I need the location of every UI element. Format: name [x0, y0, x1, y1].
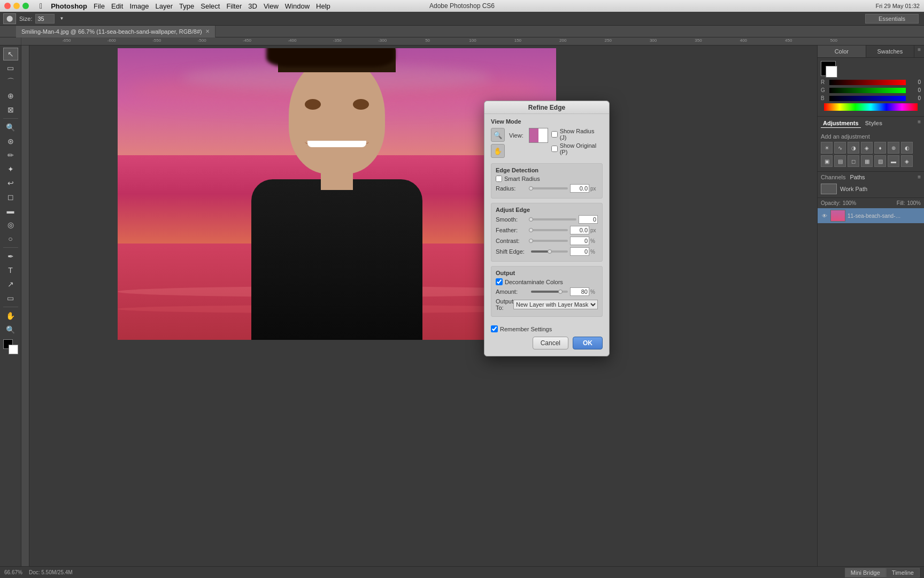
shape-tool[interactable]: ▭	[3, 292, 18, 305]
adj-colorbalance[interactable]: ⊕	[888, 142, 899, 154]
radius-slider[interactable]	[531, 187, 568, 189]
essentials-dropdown[interactable]: Essentials	[865, 14, 919, 24]
fg-bg-colors[interactable]	[3, 339, 18, 354]
contrast-handle[interactable]	[529, 239, 533, 243]
panel-expand[interactable]: ≡	[918, 119, 921, 131]
hand-tool-dialog[interactable]: ✋	[491, 144, 505, 158]
file-tab[interactable]: Smiling-Man-4.jpg @ 66.7% (11-sea-beach-…	[16, 26, 215, 37]
menu-file[interactable]: File	[94, 2, 105, 10]
close-button[interactable]	[4, 3, 11, 9]
menu-type[interactable]: Type	[179, 2, 194, 10]
app-menu-photoshop[interactable]: Photoshop	[51, 2, 87, 10]
adj-brightness[interactable]: ☀	[821, 142, 833, 154]
amount-handle[interactable]	[558, 290, 563, 294]
tab-close-icon[interactable]: ✕	[205, 28, 210, 34]
shift-slider[interactable]	[531, 250, 568, 253]
decontaminate-checkbox[interactable]	[496, 278, 503, 285]
ok-button[interactable]: OK	[573, 337, 603, 349]
tab-paths[interactable]: Paths	[850, 174, 865, 180]
maximize-button[interactable]	[22, 3, 29, 9]
adj-invert[interactable]: ◻	[848, 155, 859, 167]
remember-checkbox[interactable]	[491, 325, 498, 332]
quick-select-tool[interactable]: ⊕	[3, 89, 18, 102]
menu-window[interactable]: Window	[285, 2, 310, 10]
contrast-input[interactable]	[570, 237, 589, 245]
shift-handle[interactable]	[548, 249, 552, 254]
menu-edit[interactable]: Edit	[111, 2, 123, 10]
adj-posterize[interactable]: ▦	[861, 155, 873, 167]
zoom-tool-dialog[interactable]: 🔍	[491, 128, 505, 142]
adj-photofilter[interactable]: ▣	[821, 155, 833, 167]
amount-input[interactable]	[570, 287, 589, 296]
ch-panel-menu[interactable]: ≡	[918, 174, 921, 180]
panel-menu-icon[interactable]: ≡	[914, 45, 924, 57]
r-slider[interactable]	[829, 80, 906, 85]
brush-tool[interactable]: ✏	[3, 149, 18, 162]
gradient-tool[interactable]: ▬	[3, 204, 18, 217]
cancel-button[interactable]: Cancel	[533, 337, 568, 349]
menu-select[interactable]: Select	[201, 2, 220, 10]
menu-help[interactable]: Help	[316, 2, 330, 10]
radius-input[interactable]	[570, 184, 589, 193]
tab-color[interactable]: Color	[818, 45, 866, 57]
blur-tool[interactable]: ◎	[3, 218, 18, 231]
opacity-value[interactable]: 100%	[843, 200, 857, 206]
feather-slider[interactable]	[531, 229, 568, 231]
view-thumbnail[interactable]	[529, 128, 548, 143]
layer-eye-icon[interactable]: 👁	[821, 212, 828, 219]
shift-input[interactable]	[570, 247, 589, 256]
smart-radius-checkbox[interactable]	[496, 176, 502, 182]
layer-item[interactable]: 👁 11-sea-beach-sand-wallpaper	[818, 208, 924, 223]
lasso-tool[interactable]: ⌒	[3, 75, 18, 88]
adj-selective[interactable]: ◈	[901, 155, 913, 167]
adj-gradmap[interactable]: ▬	[888, 155, 899, 167]
menu-layer[interactable]: Layer	[156, 2, 173, 10]
adj-vibrance[interactable]: ◈	[861, 142, 873, 154]
color-spectrum[interactable]	[824, 103, 918, 111]
adj-exposure[interactable]: ◑	[848, 142, 859, 154]
apple-menu[interactable]: 	[40, 2, 42, 10]
smooth-input[interactable]	[579, 215, 598, 224]
tab-styles[interactable]: Styles	[863, 119, 884, 128]
clone-stamp-tool[interactable]: ✦	[3, 163, 18, 176]
menu-image[interactable]: Image	[129, 2, 149, 10]
adj-hsl[interactable]: ♦	[874, 142, 886, 154]
adj-channelmix[interactable]: ▤	[834, 155, 846, 167]
eraser-tool[interactable]: ◻	[3, 191, 18, 203]
g-slider[interactable]	[829, 88, 906, 93]
fg-color-swatch[interactable]	[821, 61, 836, 76]
path-select-tool[interactable]: ↗	[3, 278, 18, 291]
background-color[interactable]	[9, 345, 18, 354]
smooth-handle[interactable]	[529, 217, 533, 222]
show-radius-checkbox[interactable]	[551, 131, 558, 138]
minimize-button[interactable]	[13, 3, 20, 9]
timeline-tab[interactable]: Timeline	[886, 568, 920, 577]
amount-slider[interactable]	[531, 291, 568, 293]
b-slider[interactable]	[829, 96, 906, 101]
tab-swatches[interactable]: Swatches	[866, 45, 915, 57]
output-to-select[interactable]: New Layer with Layer Mask	[513, 300, 598, 309]
work-path-item[interactable]: Work Path	[821, 182, 921, 195]
eyedropper-tool[interactable]: 🔍	[3, 121, 18, 134]
dodge-tool[interactable]: ○	[3, 232, 18, 245]
crop-tool[interactable]: ⊠	[3, 103, 18, 116]
history-brush-tool[interactable]: ↩	[3, 177, 18, 189]
hand-tool[interactable]: ✋	[3, 309, 18, 322]
type-tool[interactable]: T	[3, 264, 18, 277]
menu-filter[interactable]: Filter	[226, 2, 242, 10]
smooth-slider[interactable]	[531, 218, 576, 220]
marquee-tool[interactable]: ▭	[3, 62, 18, 74]
menu-3d[interactable]: 3D	[248, 2, 257, 10]
adj-threshold[interactable]: ▧	[874, 155, 886, 167]
size-input[interactable]	[35, 14, 55, 24]
move-tool[interactable]: ↖	[3, 48, 18, 60]
adj-curves[interactable]: ∿	[834, 142, 846, 154]
zoom-tool[interactable]: 🔍	[3, 323, 18, 336]
canvas-area[interactable]	[21, 45, 817, 566]
size-dropdown[interactable]: ▼	[58, 14, 65, 24]
feather-handle[interactable]	[529, 228, 533, 232]
show-original-checkbox[interactable]	[551, 146, 558, 152]
feather-input[interactable]	[570, 226, 589, 234]
tab-adjustments[interactable]: Adjustments	[821, 119, 861, 128]
fill-value[interactable]: 100%	[907, 200, 921, 206]
